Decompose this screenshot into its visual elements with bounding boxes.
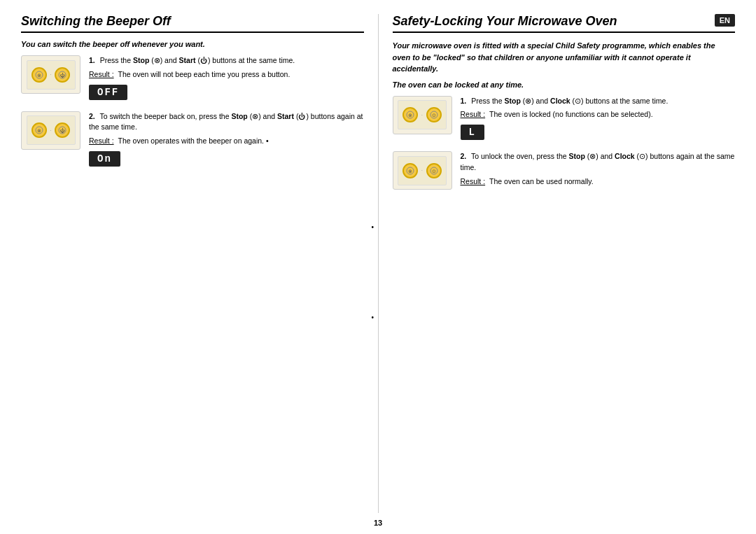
- right-stop-icon-1: ⊗: [402, 107, 418, 122]
- right-clock-label-1: Clock: [550, 97, 570, 105]
- stop-label-1: Stop: [133, 56, 149, 64]
- right-separator-1: ·: [421, 112, 423, 118]
- right-result-label-1: Result :: [461, 109, 486, 120]
- en-badge: EN: [715, 14, 735, 27]
- right-separator-2: ·: [421, 167, 423, 174]
- right-device-image-1: ⊗ · ⊙: [393, 96, 452, 134]
- stop-button-icon-2: ⊗: [31, 122, 47, 138]
- device-image-1: ⊗ · ⏻: [21, 55, 80, 94]
- left-step-2-text: 2. To switch the beeper back on, press t…: [89, 111, 364, 134]
- right-step-2-text: 2. To unlock the oven, press the Stop (⊗…: [461, 151, 736, 174]
- right-stop-icon-2: ⊗: [402, 163, 418, 178]
- right-step-1: ⊗ · ⊙ 1. Press the Stop (⊗) and Clock (⊙…: [393, 96, 736, 145]
- right-step-1-content: 1. Press the Stop (⊗) and Clock (⊙) butt…: [461, 96, 736, 145]
- step-number-2: 2.: [89, 112, 95, 120]
- right-step-2-content: 2. To unlock the oven, press the Stop (⊗…: [461, 151, 736, 187]
- svg-text:⊗: ⊗: [408, 113, 412, 118]
- result-text-1: The oven will not beep each time you pre…: [118, 69, 290, 80]
- left-step-1-text: 1. Press the Stop (⊗) and Start (⏻) butt…: [89, 55, 364, 66]
- bullet-dot-1: •: [372, 223, 374, 231]
- right-step-number-2: 2.: [461, 152, 467, 160]
- svg-text:⊙: ⊙: [432, 169, 436, 174]
- left-step-1: ⊗ · ⏻ 1. Press the Stop (⊗) and Start (⏻…: [21, 55, 364, 104]
- left-step-2-result: Result : The oven operates with the beep…: [89, 136, 364, 147]
- start-label-2: Start: [277, 112, 294, 120]
- right-column: EN Safety-Locking Your Microwave Oven Yo…: [379, 14, 736, 513]
- display-on: On: [89, 147, 364, 171]
- device-inner-2: ⊗ · ⏻: [27, 115, 76, 145]
- right-stop-label-2: Stop: [569, 152, 585, 160]
- bullet-dot-2: •: [372, 314, 374, 321]
- result-label-1: Result :: [89, 69, 114, 80]
- right-section-title: Safety-Locking Your Microwave Oven: [393, 14, 736, 33]
- right-device-image-2: ⊗ · ⊙: [393, 151, 452, 190]
- right-result-text-2: The oven can be used normally.: [489, 176, 594, 188]
- right-intro-text: Your microwave oven is fitted with a spe…: [393, 41, 715, 73]
- right-step-1-text: 1. Press the Stop (⊗) and Clock (⊙) butt…: [461, 96, 736, 107]
- right-subtitle-text: The oven can be locked at any time.: [393, 80, 524, 89]
- right-device-inner-1: ⊗ · ⊙: [398, 100, 447, 129]
- right-intro: Your microwave oven is fitted with a spe…: [393, 40, 736, 75]
- separator-2: ·: [50, 127, 51, 134]
- svg-text:⏻: ⏻: [60, 128, 65, 133]
- right-step-1-result: Result : The oven is locked (no function…: [461, 109, 736, 120]
- svg-text:⊗: ⊗: [408, 169, 412, 174]
- right-clock-icon-2: ⊙: [426, 163, 442, 178]
- left-subtitle: You can switch the beeper off whenever y…: [21, 40, 364, 48]
- separator-1: ·: [50, 71, 51, 78]
- step-number-1: 1.: [89, 56, 95, 64]
- right-step-number-1: 1.: [461, 97, 467, 105]
- svg-text:⊙: ⊙: [432, 113, 436, 118]
- display-off-box: OFF: [89, 85, 127, 100]
- right-result-label-2: Result :: [461, 176, 486, 188]
- right-clock-label-2: Clock: [615, 152, 635, 160]
- page-container: Switching the Beeper Off You can switch …: [0, 0, 756, 534]
- right-device-inner-2: ⊗ · ⊙: [398, 156, 447, 185]
- left-column: Switching the Beeper Off You can switch …: [21, 14, 379, 513]
- left-step-2: ⊗ · ⏻ 2. To switch the beeper back on, p…: [21, 111, 364, 171]
- svg-text:⏻: ⏻: [60, 73, 65, 78]
- stop-button-icon-1: ⊗: [31, 67, 47, 83]
- device-inner-1: ⊗ · ⏻: [27, 60, 76, 90]
- left-step-2-content: 2. To switch the beeper back on, press t…: [89, 111, 364, 171]
- left-step-1-result: Result : The oven will not beep each tim…: [89, 69, 364, 80]
- display-l: L: [461, 120, 736, 144]
- result-text-2: The oven operates with the beeper on aga…: [118, 136, 269, 147]
- svg-text:⊗: ⊗: [37, 73, 41, 78]
- result-label-2: Result :: [89, 136, 114, 147]
- device-image-2: ⊗ · ⏻: [21, 111, 80, 150]
- right-step-2: ⊗ · ⊙ 2. To unlock the oven, press the S…: [393, 151, 736, 190]
- right-stop-label-1: Stop: [504, 97, 520, 105]
- display-off: OFF: [89, 80, 364, 104]
- right-step-2-result: Result : The oven can be used normally.: [461, 176, 736, 188]
- svg-text:⊗: ⊗: [37, 128, 41, 133]
- display-on-box: On: [89, 151, 120, 167]
- right-subtitle: The oven can be locked at any time.: [393, 80, 736, 89]
- left-step-1-content: 1. Press the Stop (⊗) and Start (⏻) butt…: [89, 55, 364, 104]
- right-result-text-1: The oven is locked (no functions can be …: [489, 109, 652, 120]
- page-number: 13: [374, 519, 382, 527]
- right-clock-icon-1: ⊙: [426, 107, 442, 122]
- left-section-title: Switching the Beeper Off: [21, 14, 364, 33]
- start-label-1: Start: [179, 56, 196, 64]
- start-button-icon-1: ⏻: [55, 67, 70, 83]
- display-l-box: L: [461, 125, 484, 140]
- stop-label-2: Stop: [231, 112, 247, 120]
- start-button-icon-2: ⏻: [55, 122, 70, 138]
